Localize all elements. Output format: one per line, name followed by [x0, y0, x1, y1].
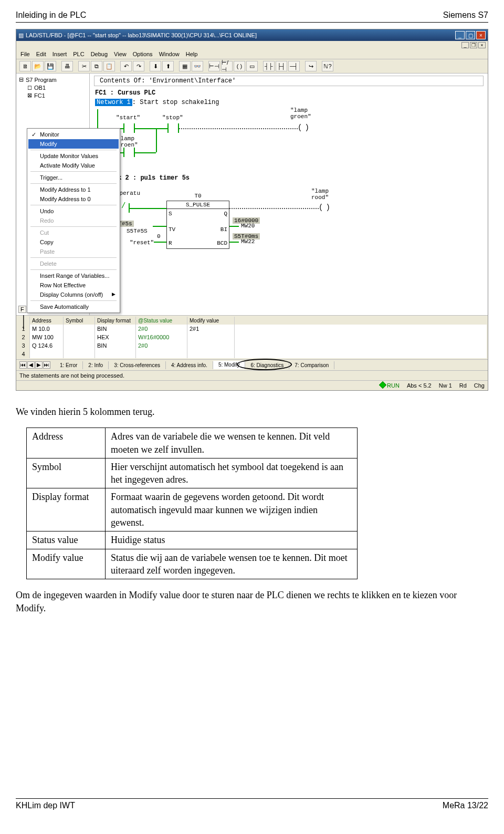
cut-icon[interactable]: ✂	[78, 61, 90, 71]
menu-debug[interactable]: Debug	[91, 51, 108, 57]
cell-format[interactable]	[95, 350, 136, 358]
undo-icon[interactable]: ↶	[120, 61, 132, 71]
menu-item-undo[interactable]: Undo	[28, 206, 119, 216]
tab-next-icon[interactable]: ▶	[35, 361, 43, 369]
new-icon[interactable]: 🗎	[19, 61, 31, 71]
maximize-button[interactable]: ▢	[466, 31, 475, 39]
contact-start[interactable]	[123, 123, 135, 133]
hdr-display-format[interactable]: Display format	[95, 317, 136, 325]
menu-item-modify[interactable]: Modify	[28, 139, 119, 149]
cell-format[interactable]: BIN	[95, 341, 136, 350]
cell-address[interactable]: Q 124.6	[30, 341, 64, 350]
menu-item-save-automatically[interactable]: Save Automatically	[28, 302, 119, 311]
hdr-status-value[interactable]: @Status value	[136, 317, 187, 325]
menu-item-trigger[interactable]: Trigger...	[28, 173, 119, 182]
tab-diagnostics[interactable]: 6: Diagnostics	[245, 361, 289, 369]
cell-modify[interactable]	[187, 350, 235, 358]
upload-icon[interactable]: ⬆	[162, 61, 174, 71]
contact-no-icon[interactable]: ⊢⊣	[208, 61, 220, 71]
tab-first-icon[interactable]: ⏮	[19, 361, 27, 369]
menu-edit[interactable]: Edit	[36, 51, 46, 57]
branch-open-icon[interactable]: ┤├	[263, 61, 275, 71]
mdi-minimize[interactable]: _	[461, 42, 469, 48]
paste-icon[interactable]: 📋	[103, 61, 115, 71]
contact-nc-icon[interactable]: ⊢/⊣	[221, 61, 233, 71]
tab-crossref[interactable]: 3: Cross-references	[109, 361, 166, 369]
menu-item-row-not-effective[interactable]: Row Not Effective	[28, 280, 119, 290]
menu-item-insert-range-of-variables[interactable]: Insert Range of Variables...	[28, 271, 119, 280]
save-icon[interactable]: 💾	[45, 61, 56, 71]
tab-modify[interactable]: 5: Modify	[213, 361, 246, 369]
menu-window[interactable]: Window	[159, 51, 180, 57]
block-icon-fc1: ⊠	[27, 92, 32, 99]
cell-format[interactable]: HEX	[95, 333, 136, 341]
vat-row[interactable]: 3Q 124.6BIN2#0	[17, 341, 487, 350]
menu-item-modify-address-to-0[interactable]: Modify Address to 0	[28, 194, 119, 204]
menu-item-monitor[interactable]: Monitor	[28, 130, 119, 139]
tab-prev-icon[interactable]: ◀	[27, 361, 35, 369]
cell-symbol[interactable]	[64, 325, 95, 333]
coil-lamp-groen[interactable]	[298, 123, 309, 133]
menu-insert[interactable]: Insert	[52, 51, 67, 57]
cell-format[interactable]: BIN	[95, 325, 136, 333]
menu-item-cut: Cut	[28, 228, 119, 237]
menu-item-activate-modify-value[interactable]: Activate Modify Value	[28, 161, 119, 170]
cell-address[interactable]: M 10.0	[30, 325, 64, 333]
hdr-modify-value[interactable]: Modify value	[187, 317, 235, 325]
cell-modify[interactable]: 2#1	[187, 325, 235, 333]
block-icon[interactable]: ▦	[179, 61, 191, 71]
status-chg: Chg	[474, 382, 485, 389]
tab-info[interactable]: 2: Info	[83, 361, 109, 369]
menu-item-copy[interactable]: Copy	[28, 237, 119, 247]
connection-icon[interactable]: ─┤	[288, 61, 300, 71]
help-icon[interactable]: ℕ?	[322, 61, 333, 71]
hdr-symbol[interactable]: Symbol	[64, 317, 95, 325]
close-button[interactable]: ×	[476, 31, 486, 39]
menu-help[interactable]: Help	[186, 51, 198, 57]
menu-options[interactable]: Options	[133, 51, 153, 57]
mdi-close[interactable]: ×	[478, 42, 486, 48]
tab-error[interactable]: 1: Error	[55, 361, 83, 369]
menu-file[interactable]: File	[20, 51, 30, 57]
redo-icon[interactable]: ↷	[133, 61, 144, 71]
mini-tab[interactable]: F	[18, 306, 26, 313]
monitor-icon[interactable]: 👓	[192, 61, 203, 71]
download-icon[interactable]: ⬇	[150, 61, 161, 71]
cell-symbol[interactable]	[64, 350, 95, 358]
cell-address[interactable]: MW 100	[30, 333, 64, 341]
cell-symbol[interactable]	[64, 333, 95, 341]
branch-close-icon[interactable]: ├┤	[276, 61, 287, 71]
box-icon[interactable]: ▭	[246, 61, 258, 71]
open-icon[interactable]: 📂	[32, 61, 44, 71]
tree-fc1[interactable]: ⊠ FC1	[18, 91, 87, 99]
copy-icon[interactable]: ⧉	[91, 61, 102, 71]
menu-view[interactable]: View	[114, 51, 127, 57]
menu-item-update-monitor-values[interactable]: Update Monitor Values	[28, 151, 119, 161]
tab-last-icon[interactable]: ⏭	[43, 361, 50, 369]
tab-addressinfo[interactable]: 4: Address info.	[166, 361, 213, 369]
minimize-button[interactable]: _	[455, 31, 465, 39]
contact-stop[interactable]	[167, 123, 179, 133]
menu-item-modify-address-to-1[interactable]: Modify Address to 1	[28, 185, 119, 194]
tree-root[interactable]: ⊟ S7 Program	[18, 76, 87, 84]
menu-plc[interactable]: PLC	[73, 51, 84, 57]
timer-spulse[interactable]: T0 S_PULSE S Q TV BI R BCD	[166, 201, 229, 249]
cell-modify[interactable]	[187, 333, 235, 341]
cell-modify[interactable]	[187, 341, 235, 350]
print-icon[interactable]: 🖶	[61, 61, 73, 71]
mdi-restore[interactable]: ❐	[470, 42, 477, 48]
coil-lamp-rood[interactable]	[319, 203, 330, 213]
goto-icon[interactable]: ↪	[305, 61, 317, 71]
contact-lamp-groen-fb[interactable]	[123, 148, 135, 157]
cell-address[interactable]	[30, 350, 64, 358]
tree-ob1[interactable]: ◻ OB1	[18, 84, 87, 91]
menu-item-display-columns-on-off[interactable]: Display Columns (on/off)	[28, 290, 119, 299]
tab-comparison[interactable]: 7: Comparison	[289, 361, 334, 369]
cell-desc: Adres van de variabele die we wensen te …	[106, 428, 358, 458]
vat-row[interactable]: 4	[17, 350, 487, 358]
vat-row[interactable]: 2MW 100HEXW#16#0000	[17, 333, 487, 341]
coil-icon[interactable]: ( )	[234, 61, 245, 71]
hdr-address[interactable]: Address	[30, 317, 64, 325]
vat-row[interactable]: 1M 10.0BIN2#02#1	[17, 325, 487, 333]
cell-symbol[interactable]	[64, 341, 95, 350]
